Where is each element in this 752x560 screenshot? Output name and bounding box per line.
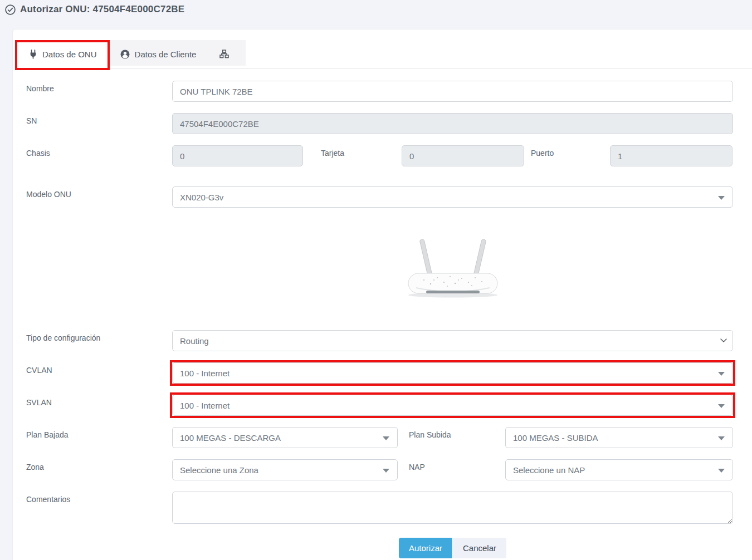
caret-down-icon [718,372,725,376]
sn-input [172,113,733,134]
caret-down-icon [718,436,725,440]
svlan-dropdown[interactable]: 100 - Internet [172,395,733,416]
nap-label: NAP [409,459,505,471]
tab-datos-de-onu[interactable]: Datos de ONU [17,40,109,66]
sitemap-icon [219,50,229,58]
modelo-onu-value: XN020-G3v [180,193,223,202]
cvlan-label: CVLAN [26,362,172,375]
modelo-onu-dropdown[interactable]: XN020-G3v [172,186,733,208]
tab-label: Datos de Cliente [135,50,197,59]
autorizar-button[interactable]: Autorizar [399,538,452,558]
comentarios-textarea[interactable] [172,492,733,524]
svlan-value: 100 - Internet [180,401,229,410]
comentarios-label: Comentarios [26,492,172,504]
cancelar-button[interactable]: Cancelar [453,538,506,558]
zona-dropdown[interactable]: Seleccione una Zona [172,459,398,480]
plan-bajada-label: Plan Bajada [26,427,172,439]
plan-subida-value: 100 MEGAS - SUBIDA [513,433,598,443]
caret-down-icon [718,404,725,408]
chasis-label: Chasis [26,145,172,158]
page-header: Autorizar ONU: 47504F4E000C72BE [0,0,752,19]
svlan-label: SVLAN [26,395,172,407]
page-title: Autorizar ONU: 47504F4E000C72BE [20,4,184,15]
plan-bajada-value: 100 MEGAS - DESCARGA [180,433,281,443]
chasis-row: Chasis Tarjeta Puerto [26,145,733,166]
person-circle-icon [120,50,130,59]
content-card: Datos de ONU Datos de Cliente Crea [12,29,752,560]
tab-datos-de-cliente[interactable]: Datos de Cliente [109,40,208,66]
tipo-configuracion-label: Tipo de configuración [26,330,172,342]
cvlan-row: CVLAN 100 - Internet [26,362,733,384]
tab-bar: Datos de ONU Datos de Cliente Crea [17,40,752,69]
plan-subida-dropdown[interactable]: 100 MEGAS - SUBIDA [505,427,733,448]
nombre-row: Nombre [26,81,733,102]
onu-router-image [392,238,514,302]
tab-crear-wan-ip[interactable]: Crear Wan IP [208,40,246,66]
nap-value: Seleccione un NAP [513,465,585,475]
sn-row: SN [26,113,733,134]
plan-bajada-dropdown[interactable]: 100 MEGAS - DESCARGA [172,427,398,448]
tab-label: Datos de ONU [42,50,97,59]
svlan-row: SVLAN 100 - Internet [26,395,733,416]
onu-form: Nombre SN Chasis Tarjeta Puerto [13,81,752,558]
chevron-down-icon [720,338,727,343]
check-circle-icon [4,4,16,16]
tipo-configuracion-row: Tipo de configuración Routing [26,330,733,351]
plan-row: Plan Bajada 100 MEGAS - DESCARGA Plan Su… [26,427,733,448]
cvlan-dropdown[interactable]: 100 - Internet [172,362,733,384]
device-image-row [172,238,733,302]
cvlan-value: 100 - Internet [180,369,229,378]
plan-subida-label: Plan Subida [409,427,505,439]
sn-label: SN [26,113,172,125]
caret-down-icon [718,469,725,473]
puerto-input [610,145,733,166]
tarjeta-input [402,145,524,166]
tipo-configuracion-value: Routing [180,336,209,346]
caret-down-icon [383,436,389,440]
form-actions: Autorizar Cancelar [172,538,733,558]
plug-icon [29,50,37,59]
nombre-label: Nombre [26,81,172,93]
zona-value: Seleccione una Zona [180,465,258,475]
chasis-input [172,145,303,166]
caret-down-icon [383,469,389,473]
nombre-input[interactable] [172,81,733,102]
zona-nap-row: Zona Seleccione una Zona NAP Seleccione … [26,459,733,480]
modelo-onu-row: Modelo ONU XN020-G3v [26,186,733,208]
tipo-configuracion-select[interactable]: Routing [172,330,733,351]
comentarios-row: Comentarios [26,492,733,524]
zona-label: Zona [26,459,172,471]
caret-down-icon [718,196,725,200]
puerto-label: Puerto [531,145,610,158]
tarjeta-label: Tarjeta [321,145,402,158]
modelo-onu-label: Modelo ONU [26,186,172,199]
nap-dropdown[interactable]: Seleccione un NAP [505,459,733,480]
